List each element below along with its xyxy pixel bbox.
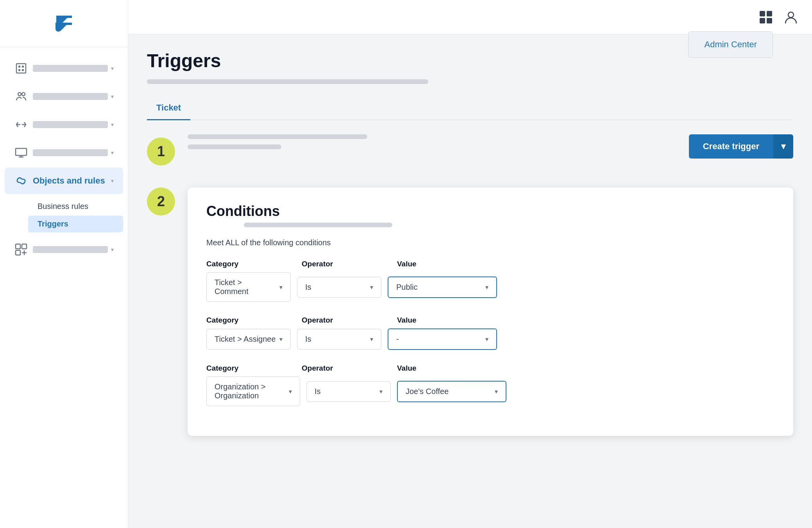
- logo-area: [0, 0, 128, 47]
- step-2-badge: 2: [147, 187, 175, 216]
- people-icon: [14, 89, 28, 103]
- condition-category-label-2: Category: [206, 316, 291, 325]
- sidebar-item-workspace[interactable]: ▾: [5, 55, 123, 82]
- sidebar-item-objects-rules-label: Objects and rules: [33, 176, 108, 186]
- condition-value-select-1[interactable]: Public ▾: [388, 276, 497, 298]
- svg-rect-10: [16, 250, 20, 255]
- svg-rect-7: [16, 148, 27, 155]
- dropdown-chevron-icon: ▾: [781, 141, 785, 151]
- topbar: [128, 0, 812, 34]
- main-content: Admin Center Triggers Ticket 1 Create tr…: [128, 0, 812, 528]
- create-trigger-button[interactable]: Create trigger: [689, 134, 773, 159]
- condition-value-label-2: Value: [397, 316, 506, 325]
- sidebar-item-objects-rules[interactable]: Objects and rules ▾: [5, 168, 123, 194]
- profile-button[interactable]: [782, 9, 799, 26]
- sidebar-item-people[interactable]: ▾: [5, 83, 123, 110]
- svg-rect-9: [22, 244, 27, 249]
- title-decoration-bar: [147, 79, 428, 84]
- trigger-decoration-bar-2: [188, 144, 281, 149]
- svg-rect-8: [16, 244, 20, 249]
- condition-fields-2: Ticket > Assignee ▾ Is ▾ - ▾: [206, 328, 774, 350]
- conditions-subtitle-bar: [244, 223, 392, 227]
- apps-icon: [14, 243, 28, 257]
- condition-value-label-1: Value: [397, 260, 506, 268]
- chevron-icon-display: ▾: [111, 150, 114, 156]
- conditions-title: Conditions: [206, 203, 280, 219]
- svg-rect-12: [767, 11, 772, 16]
- condition-value-select-2[interactable]: - ▾: [388, 328, 497, 350]
- zendesk-logo: [48, 12, 80, 36]
- nav-label-bar-people: [33, 93, 108, 100]
- channels-icon: [14, 118, 28, 132]
- condition-labels-1: Category Operator Value: [206, 260, 774, 268]
- sidebar-item-display[interactable]: ▾: [5, 139, 123, 166]
- svg-point-15: [788, 12, 794, 18]
- category-chevron-icon-1: ▾: [279, 284, 283, 291]
- condition-category-label-3: Category: [206, 364, 291, 373]
- condition-value-select-3[interactable]: Joe's Coffee ▾: [397, 381, 506, 402]
- nav-label-bar-apps: [33, 246, 108, 253]
- chevron-icon-objects-rules: ▾: [111, 178, 114, 184]
- apps-grid-button[interactable]: [757, 9, 774, 26]
- sub-navigation: Business rules Triggers: [0, 196, 128, 235]
- svg-rect-13: [760, 18, 765, 23]
- display-icon: [14, 146, 28, 160]
- conditions-description: Meet ALL of the following conditions: [206, 238, 774, 247]
- operator-chevron-icon-2: ▾: [370, 335, 373, 343]
- page-content: Triggers Ticket 1 Create trigger ▾ 2: [128, 34, 812, 528]
- svg-rect-4: [22, 69, 24, 71]
- sidebar-item-apps[interactable]: ▾: [5, 236, 123, 263]
- sidebar-item-channels[interactable]: ▾: [5, 111, 123, 138]
- trigger-decoration-bar-1: [188, 134, 367, 139]
- admin-center-dropdown: Admin Center: [688, 31, 773, 58]
- sidebar: ▾ ▾: [0, 0, 128, 528]
- sub-nav-item-triggers[interactable]: Triggers: [28, 216, 123, 232]
- condition-category-select-1[interactable]: Ticket > Comment ▾: [206, 272, 291, 302]
- svg-rect-14: [767, 18, 772, 23]
- nav-label-bar-channels: [33, 121, 108, 128]
- value-chevron-icon-2: ▾: [485, 335, 488, 343]
- condition-operator-select-2[interactable]: Is ▾: [297, 329, 381, 350]
- condition-fields-1: Ticket > Comment ▾ Is ▾ Public ▾: [206, 272, 774, 302]
- step-1-badge: 1: [147, 137, 175, 166]
- tab-bar: Ticket: [147, 96, 793, 120]
- sidebar-navigation: ▾ ▾: [0, 47, 128, 528]
- svg-rect-11: [760, 11, 765, 16]
- svg-rect-3: [18, 69, 20, 71]
- tab-ticket[interactable]: Ticket: [147, 96, 190, 120]
- sub-nav-item-business-rules[interactable]: Business rules: [28, 198, 123, 215]
- operator-chevron-icon-1: ▾: [370, 284, 373, 291]
- svg-rect-2: [22, 66, 24, 68]
- value-chevron-icon-1: ▾: [485, 284, 488, 291]
- condition-labels-2: Category Operator Value: [206, 316, 774, 325]
- chevron-icon-workspace: ▾: [111, 65, 114, 71]
- condition-labels-3: Category Operator Value: [206, 364, 774, 373]
- svg-rect-1: [18, 66, 20, 68]
- admin-center-link[interactable]: Admin Center: [704, 39, 757, 49]
- condition-row-3: Category Operator Value Organization > O…: [206, 364, 774, 406]
- nav-label-bar-display: [33, 149, 108, 156]
- nav-label-bar-workspace: [33, 65, 108, 72]
- condition-operator-label-1: Operator: [302, 260, 386, 268]
- condition-category-select-3[interactable]: Organization > Organization ▾: [206, 376, 300, 406]
- objects-rules-icon: [14, 174, 28, 188]
- condition-fields-3: Organization > Organization ▾ Is ▾ Joe's…: [206, 376, 774, 406]
- category-chevron-icon-3: ▾: [289, 388, 292, 395]
- condition-operator-select-3[interactable]: Is ▾: [306, 381, 391, 402]
- building-icon: [14, 61, 28, 75]
- operator-chevron-icon-3: ▾: [379, 388, 383, 395]
- conditions-header: Conditions: [206, 203, 774, 219]
- create-trigger-dropdown-button[interactable]: ▾: [773, 134, 793, 159]
- chevron-icon-apps: ▾: [111, 246, 114, 253]
- condition-value-label-3: Value: [397, 364, 506, 373]
- value-chevron-icon-3: ▾: [495, 388, 498, 395]
- condition-category-select-2[interactable]: Ticket > Assignee ▾: [206, 329, 291, 350]
- condition-operator-label-2: Operator: [302, 316, 386, 325]
- condition-row-2: Category Operator Value Ticket > Assigne…: [206, 316, 774, 350]
- chevron-icon-people: ▾: [111, 93, 114, 100]
- condition-operator-select-1[interactable]: Is ▾: [297, 277, 381, 298]
- conditions-card: Conditions Meet ALL of the following con…: [188, 187, 793, 436]
- condition-row-1: Category Operator Value Ticket > Comment…: [206, 260, 774, 302]
- condition-category-label-1: Category: [206, 260, 291, 268]
- chevron-icon-channels: ▾: [111, 121, 114, 128]
